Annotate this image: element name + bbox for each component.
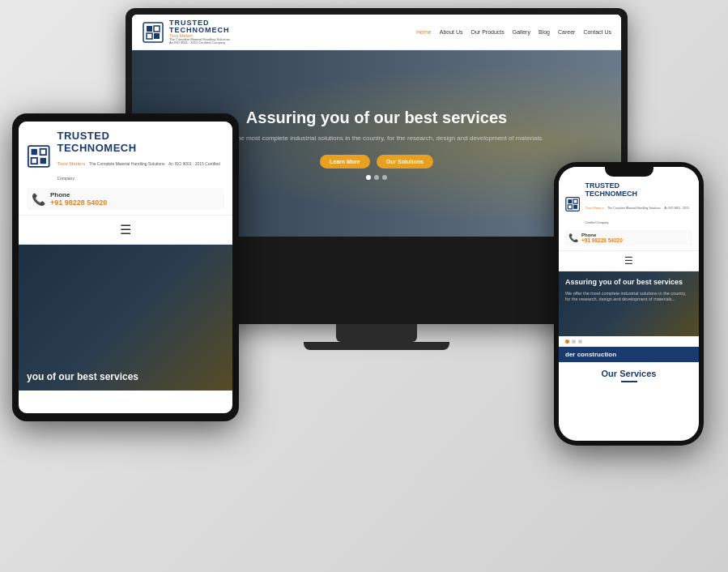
tablet-phone-label: Phone [50, 191, 107, 198]
scene: TRUSTED TECHNOMECH Trust Matters The Com… [0, 0, 728, 572]
mobile-dot-2[interactable] [572, 339, 576, 344]
nav-contact[interactable]: Contact Us [583, 29, 611, 35]
hero-content: Assuring you of our best services We off… [209, 108, 543, 180]
mobile-logo-text: TRUSTED TECHNOMECH Trust Matters The Com… [585, 181, 692, 227]
mobile-dot-3[interactable] [578, 339, 582, 344]
monitor-stand [336, 324, 417, 342]
tablet: TRUSTED TECHNOMECH Trust Matters The Com… [12, 113, 239, 421]
mobile-services-underline [621, 381, 637, 382]
tablet-hero: you of our best services [19, 245, 232, 391]
mobile-logo-row: TRUSTED TECHNOMECH Trust Matters The Com… [565, 181, 692, 227]
mobile-hero: Assuring you of our best services We off… [559, 271, 699, 336]
tablet-phone-info: Phone +91 98228 54020 [50, 191, 107, 207]
mobile-trusted: TRUSTED [585, 181, 692, 190]
logo-sub2: An ISO 9001 : 2015 Certified Company [169, 41, 230, 45]
learn-more-button[interactable]: Learn More [320, 155, 370, 169]
tablet-phone-number: +91 98228 54020 [50, 198, 107, 207]
mobile-header: TRUSTED TECHNOMECH Trust Matters The Com… [559, 167, 699, 251]
mobile-screen: TRUSTED TECHNOMECH Trust Matters The Com… [559, 167, 699, 441]
mobile-phone-number: +91 98228 54020 [581, 237, 623, 243]
dot-3[interactable] [382, 175, 387, 180]
svg-rect-1 [147, 26, 152, 32]
tablet-technomech: TECHNOMECH [57, 142, 224, 154]
tablet-tagline: Trust Matters [57, 161, 85, 166]
nav-home[interactable]: Home [416, 29, 432, 35]
tablet-sub1: The Complete Material Handling Solutions [89, 161, 165, 166]
svg-rect-6 [32, 149, 37, 155]
svg-rect-14 [573, 205, 577, 209]
logo-block: TRUSTED TECHNOMECH Trust Matters The Com… [142, 19, 231, 45]
svg-rect-3 [147, 33, 152, 39]
svg-rect-13 [568, 205, 572, 209]
mobile-tagline: Trust Matters [585, 206, 603, 210]
tablet-phone-row: 📞 Phone +91 98228 54020 [27, 188, 224, 210]
mobile-phone-icon: 📞 [568, 233, 578, 242]
dot-1[interactable] [366, 175, 371, 180]
monitor-base [304, 342, 449, 350]
svg-rect-9 [40, 158, 46, 164]
svg-rect-7 [40, 149, 46, 155]
mobile-hero-title: Assuring you of our best services [565, 278, 692, 288]
mobile-dot-1[interactable] [565, 339, 569, 344]
hero-buttons: Learn More Our Solutions [209, 155, 543, 169]
tablet-header: TRUSTED TECHNOMECH Trust Matters The Com… [19, 122, 232, 216]
nav-products[interactable]: Our Products [471, 29, 504, 35]
tablet-logo-row: TRUSTED TECHNOMECH Trust Matters The Com… [27, 130, 224, 183]
mobile-hero-sub: We offer the most complete industrial so… [565, 291, 692, 303]
svg-rect-2 [154, 26, 160, 32]
nav-links: Home About Us Our Products Gallery Blog … [416, 29, 611, 35]
mobile-technomech: TECHNOMECH [585, 190, 692, 198]
dot-2[interactable] [374, 175, 379, 180]
tablet-screen: TRUSTED TECHNOMECH Trust Matters The Com… [19, 122, 232, 413]
mobile-phone-info: Phone +91 98228 54020 [581, 233, 623, 243]
nav-gallery[interactable]: Gallery [513, 29, 530, 35]
tablet-trusted: TRUSTED [57, 130, 224, 142]
nav-career[interactable]: Career [558, 29, 575, 35]
tablet-menu-icon[interactable]: ☰ [19, 216, 232, 245]
mobile-services-title: Our Services [565, 369, 692, 378]
nav-blog[interactable]: Blog [539, 29, 550, 35]
tablet-hero-text: you of our best services [27, 371, 138, 382]
mobile-menu-icon[interactable]: ☰ [559, 251, 699, 271]
mobile-dots-row [559, 336, 699, 347]
mobile-services-section: Our Services [559, 362, 699, 389]
hero-subtitle: We offer the most complete industrial so… [209, 134, 543, 143]
mobile-phone-row: 📞 Phone +91 98228 54020 [565, 230, 692, 245]
svg-rect-8 [32, 158, 37, 164]
tablet-phone-icon: 📞 [32, 193, 45, 206]
our-solutions-button[interactable]: Our Solutions [377, 155, 433, 169]
svg-rect-4 [154, 33, 160, 39]
svg-rect-12 [573, 199, 577, 203]
hero-title: Assuring you of our best services [209, 108, 543, 127]
tablet-logo-icon [27, 143, 50, 169]
tablet-logo-text: TRUSTED TECHNOMECH Trust Matters The Com… [57, 130, 224, 183]
nav-about[interactable]: About Us [440, 29, 463, 35]
mobile-logo-icon [565, 195, 580, 213]
mobile-construction-bar: der construction [559, 347, 699, 362]
mobile-sub1: The Complete Material Handling Solutions [607, 207, 661, 210]
hero-dots [209, 175, 543, 180]
logo-text: TRUSTED TECHNOMECH Trust Matters The Com… [169, 19, 230, 45]
mobile-notch [605, 167, 653, 177]
logo-icon [142, 21, 164, 44]
svg-rect-11 [568, 199, 572, 203]
mobile: TRUSTED TECHNOMECH Trust Matters The Com… [554, 162, 704, 446]
website-nav: TRUSTED TECHNOMECH Trust Matters The Com… [132, 15, 621, 50]
